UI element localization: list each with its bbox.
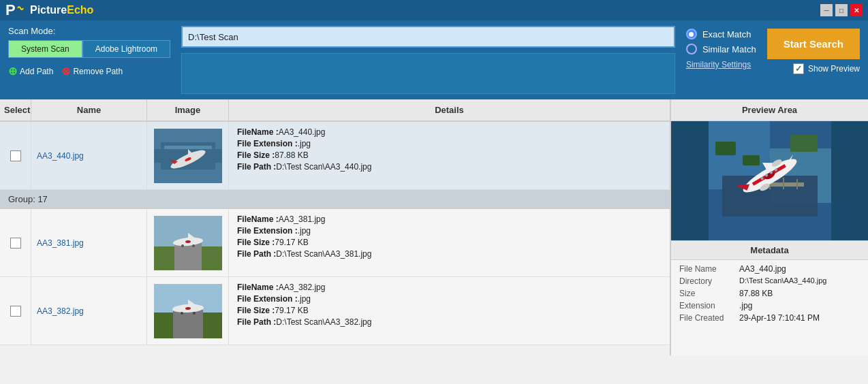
svg-rect-33 — [790, 135, 818, 152]
row-image-3 — [147, 277, 229, 345]
svg-text:P: P — [5, 3, 16, 18]
scan-mode-buttons: System Scan Adobe Lightroom — [8, 40, 170, 58]
add-icon: ⊕ — [8, 65, 17, 78]
row-checkbox-3[interactable] — [10, 306, 21, 317]
table-area: Select Name Image Details AA3_440.jpg — [0, 99, 670, 355]
app-title: PictureEcho — [30, 4, 93, 16]
detail-path-3: File Path :D:\Test Scan\AA3_382.jpg — [237, 317, 371, 327]
row-checkbox-cell — [0, 122, 31, 189]
svg-point-16 — [181, 244, 184, 247]
group-label: Group: — [8, 194, 35, 204]
preview-image-container — [671, 121, 868, 240]
table-row: AA3_440.jpg — [0, 122, 670, 190]
table-row: AA3_381.jpg — [0, 209, 670, 277]
app-logo: P PictureEcho — [5, 3, 93, 18]
similar-match-label: Similar Match — [702, 44, 756, 54]
show-preview-row: ✓ Show Preview — [793, 63, 860, 74]
show-preview-checkbox[interactable]: ✓ — [793, 63, 804, 74]
scan-mode-section: Scan Mode: System Scan Adobe Lightroom ⊕… — [8, 26, 170, 78]
adobe-lightroom-button[interactable]: Adobe Lightroom — [82, 40, 170, 58]
metadata-table: File Name AA3_440.jpg Directory D:\Test … — [671, 260, 868, 330]
maximize-button[interactable]: □ — [835, 4, 848, 16]
col-header-image: Image — [147, 99, 229, 121]
window-controls: ─ □ ✕ — [820, 4, 863, 16]
svg-point-17 — [192, 244, 195, 247]
svg-rect-31 — [715, 142, 736, 155]
thumbnail-3 — [154, 284, 222, 338]
preview-image — [709, 121, 831, 240]
path-input[interactable] — [181, 26, 675, 48]
match-section: Exact Match Similar Match Similarity Set… — [686, 26, 756, 69]
exact-match-label: Exact Match — [702, 29, 751, 39]
col-header-select: Select — [0, 99, 31, 121]
meta-filename-val: AA3_440.jpg — [739, 264, 786, 274]
similarity-settings-link[interactable]: Similarity Settings — [686, 60, 756, 69]
group-divider: Group: 17 — [0, 190, 670, 209]
exact-match-row: Exact Match — [686, 29, 756, 39]
similar-match-row: Similar Match — [686, 44, 756, 54]
thumbnail-1 — [154, 129, 222, 183]
detail-filename-3: FileName :AA3_382.jpg — [237, 283, 325, 292]
detail-path-2: File Path :D:\Test Scan\AA3_381.jpg — [237, 249, 371, 259]
titlebar: P PictureEcho ─ □ ✕ — [0, 0, 868, 20]
meta-directory-row: Directory D:\Test Scan\AA3_440.jpg — [679, 276, 860, 286]
row-checkbox-cell-2 — [0, 209, 31, 276]
preview-header: Preview Area — [671, 99, 868, 121]
meta-size-row: Size 87.88 KB — [679, 289, 860, 298]
meta-created-row: File Created 29-Apr-19 7:10:41 PM — [679, 313, 860, 323]
preview-area: Preview Area — [670, 99, 868, 355]
table-row: AA3_382.jpg — [0, 277, 670, 345]
top-panel: Scan Mode: System Scan Adobe Lightroom ⊕… — [0, 20, 868, 99]
scan-mode-label: Scan Mode: — [8, 26, 170, 36]
add-path-button[interactable]: ⊕ Add Path — [8, 65, 53, 78]
thumbnail-2 — [154, 216, 222, 270]
row-image-2 — [147, 209, 229, 276]
main-content: Select Name Image Details AA3_440.jpg — [0, 99, 868, 355]
meta-directory-val: D:\Test Scan\AA3_440.jpg — [739, 276, 826, 286]
exact-match-radio[interactable] — [686, 29, 697, 39]
logo-icon: P — [5, 3, 26, 18]
meta-created-val: 29-Apr-19 7:10:41 PM — [739, 313, 820, 323]
metadata-header: Metadata — [671, 240, 868, 260]
svg-rect-4 — [164, 146, 212, 149]
row-checkbox-2[interactable] — [10, 238, 21, 249]
detail-ext-1: File Extension :.jpg — [237, 139, 311, 148]
row-checkbox-1[interactable] — [10, 150, 21, 161]
row-name-1: AA3_440.jpg — [31, 122, 147, 189]
detail-path-1: File Path :D:\Test Scan\AA3_440.jpg — [237, 162, 371, 172]
path-buttons: ⊕ Add Path ⊗ Remove Path — [8, 65, 170, 78]
row-name-3: AA3_382.jpg — [31, 277, 147, 345]
row-details-2: FileName :AA3_381.jpg File Extension :.j… — [229, 209, 670, 276]
meta-filename-key: File Name — [679, 264, 734, 274]
minimize-button[interactable]: ─ — [820, 4, 833, 16]
start-search-button[interactable]: Start Search — [767, 29, 860, 59]
meta-ext-val: .jpg — [739, 301, 752, 310]
remove-path-button[interactable]: ⊗ Remove Path — [61, 65, 123, 78]
meta-ext-row: Extension .jpg — [679, 301, 860, 310]
close-button[interactable]: ✕ — [850, 4, 863, 16]
show-preview-label: Show Preview — [808, 64, 860, 74]
detail-size-3: File Size :79.17 KB — [237, 306, 309, 315]
remove-icon: ⊗ — [61, 65, 70, 78]
svg-rect-21 — [173, 310, 203, 338]
meta-filename-row: File Name AA3_440.jpg — [679, 264, 860, 274]
meta-created-key: File Created — [679, 313, 734, 323]
row-details-3: FileName :AA3_382.jpg File Extension :.j… — [229, 277, 670, 345]
svg-point-25 — [181, 312, 183, 315]
detail-ext-3: File Extension :.jpg — [237, 294, 311, 304]
detail-size-1: File Size :87.88 KB — [237, 150, 309, 160]
row-image-1 — [147, 122, 229, 189]
svg-rect-32 — [743, 155, 760, 165]
svg-rect-12 — [174, 243, 202, 270]
remove-path-label: Remove Path — [73, 67, 123, 76]
add-path-label: Add Path — [20, 67, 53, 76]
similar-match-radio[interactable] — [686, 44, 697, 54]
meta-size-key: Size — [679, 289, 734, 298]
path-section — [181, 26, 675, 94]
detail-ext-2: File Extension :.jpg — [237, 226, 311, 236]
col-header-details: Details — [229, 99, 670, 121]
col-header-name: Name — [31, 99, 147, 121]
group-number: 17 — [37, 194, 47, 204]
system-scan-button[interactable]: System Scan — [8, 40, 82, 58]
detail-filename-2: FileName :AA3_381.jpg — [237, 214, 325, 224]
